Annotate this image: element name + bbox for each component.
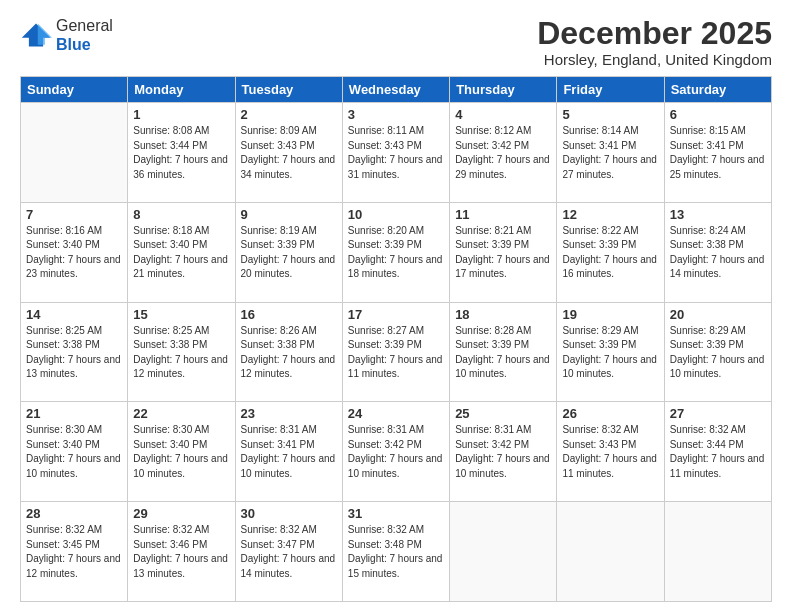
day-number: 25 xyxy=(455,406,551,421)
day-header-wednesday: Wednesday xyxy=(342,77,449,103)
day-number: 9 xyxy=(241,207,337,222)
calendar-cell: 21Sunrise: 8:30 AM Sunset: 3:40 PM Dayli… xyxy=(21,402,128,502)
day-info: Sunrise: 8:28 AM Sunset: 3:39 PM Dayligh… xyxy=(455,324,551,382)
day-info: Sunrise: 8:31 AM Sunset: 3:42 PM Dayligh… xyxy=(455,423,551,481)
day-info: Sunrise: 8:27 AM Sunset: 3:39 PM Dayligh… xyxy=(348,324,444,382)
calendar-cell: 15Sunrise: 8:25 AM Sunset: 3:38 PM Dayli… xyxy=(128,302,235,402)
calendar-cell: 11Sunrise: 8:21 AM Sunset: 3:39 PM Dayli… xyxy=(450,202,557,302)
calendar-cell: 6Sunrise: 8:15 AM Sunset: 3:41 PM Daylig… xyxy=(664,103,771,203)
calendar-cell: 18Sunrise: 8:28 AM Sunset: 3:39 PM Dayli… xyxy=(450,302,557,402)
day-number: 15 xyxy=(133,307,229,322)
calendar-cell: 14Sunrise: 8:25 AM Sunset: 3:38 PM Dayli… xyxy=(21,302,128,402)
day-info: Sunrise: 8:19 AM Sunset: 3:39 PM Dayligh… xyxy=(241,224,337,282)
week-row-4: 28Sunrise: 8:32 AM Sunset: 3:45 PM Dayli… xyxy=(21,502,772,602)
day-number: 5 xyxy=(562,107,658,122)
calendar-cell: 30Sunrise: 8:32 AM Sunset: 3:47 PM Dayli… xyxy=(235,502,342,602)
calendar-cell: 24Sunrise: 8:31 AM Sunset: 3:42 PM Dayli… xyxy=(342,402,449,502)
day-info: Sunrise: 8:24 AM Sunset: 3:38 PM Dayligh… xyxy=(670,224,766,282)
calendar-cell: 23Sunrise: 8:31 AM Sunset: 3:41 PM Dayli… xyxy=(235,402,342,502)
day-info: Sunrise: 8:16 AM Sunset: 3:40 PM Dayligh… xyxy=(26,224,122,282)
day-info: Sunrise: 8:12 AM Sunset: 3:42 PM Dayligh… xyxy=(455,124,551,182)
day-number: 16 xyxy=(241,307,337,322)
day-number: 1 xyxy=(133,107,229,122)
calendar-header: SundayMondayTuesdayWednesdayThursdayFrid… xyxy=(21,77,772,103)
header: General Blue December 2025 Horsley, Engl… xyxy=(20,16,772,68)
day-number: 17 xyxy=(348,307,444,322)
calendar-cell: 4Sunrise: 8:12 AM Sunset: 3:42 PM Daylig… xyxy=(450,103,557,203)
day-number: 6 xyxy=(670,107,766,122)
logo: General Blue xyxy=(20,16,113,54)
calendar-cell: 2Sunrise: 8:09 AM Sunset: 3:43 PM Daylig… xyxy=(235,103,342,203)
calendar-cell: 29Sunrise: 8:32 AM Sunset: 3:46 PM Dayli… xyxy=(128,502,235,602)
day-info: Sunrise: 8:22 AM Sunset: 3:39 PM Dayligh… xyxy=(562,224,658,282)
calendar-cell xyxy=(450,502,557,602)
day-header-thursday: Thursday xyxy=(450,77,557,103)
day-info: Sunrise: 8:31 AM Sunset: 3:42 PM Dayligh… xyxy=(348,423,444,481)
day-info: Sunrise: 8:18 AM Sunset: 3:40 PM Dayligh… xyxy=(133,224,229,282)
day-info: Sunrise: 8:25 AM Sunset: 3:38 PM Dayligh… xyxy=(26,324,122,382)
calendar-cell: 26Sunrise: 8:32 AM Sunset: 3:43 PM Dayli… xyxy=(557,402,664,502)
day-header-monday: Monday xyxy=(128,77,235,103)
page: General Blue December 2025 Horsley, Engl… xyxy=(0,0,792,612)
day-number: 19 xyxy=(562,307,658,322)
days-of-week-row: SundayMondayTuesdayWednesdayThursdayFrid… xyxy=(21,77,772,103)
day-number: 7 xyxy=(26,207,122,222)
day-info: Sunrise: 8:30 AM Sunset: 3:40 PM Dayligh… xyxy=(133,423,229,481)
day-number: 8 xyxy=(133,207,229,222)
day-number: 29 xyxy=(133,506,229,521)
svg-marker-1 xyxy=(38,24,52,45)
day-number: 13 xyxy=(670,207,766,222)
day-info: Sunrise: 8:30 AM Sunset: 3:40 PM Dayligh… xyxy=(26,423,122,481)
day-number: 18 xyxy=(455,307,551,322)
day-number: 22 xyxy=(133,406,229,421)
day-header-tuesday: Tuesday xyxy=(235,77,342,103)
month-title: December 2025 xyxy=(537,16,772,51)
title-block: December 2025 Horsley, England, United K… xyxy=(537,16,772,68)
calendar-cell: 3Sunrise: 8:11 AM Sunset: 3:43 PM Daylig… xyxy=(342,103,449,203)
logo-text: General Blue xyxy=(56,16,113,54)
week-row-3: 21Sunrise: 8:30 AM Sunset: 3:40 PM Dayli… xyxy=(21,402,772,502)
day-info: Sunrise: 8:25 AM Sunset: 3:38 PM Dayligh… xyxy=(133,324,229,382)
day-number: 10 xyxy=(348,207,444,222)
calendar-cell: 1Sunrise: 8:08 AM Sunset: 3:44 PM Daylig… xyxy=(128,103,235,203)
day-info: Sunrise: 8:21 AM Sunset: 3:39 PM Dayligh… xyxy=(455,224,551,282)
day-number: 28 xyxy=(26,506,122,521)
calendar-cell: 10Sunrise: 8:20 AM Sunset: 3:39 PM Dayli… xyxy=(342,202,449,302)
day-info: Sunrise: 8:26 AM Sunset: 3:38 PM Dayligh… xyxy=(241,324,337,382)
day-info: Sunrise: 8:15 AM Sunset: 3:41 PM Dayligh… xyxy=(670,124,766,182)
day-number: 31 xyxy=(348,506,444,521)
calendar-cell: 20Sunrise: 8:29 AM Sunset: 3:39 PM Dayli… xyxy=(664,302,771,402)
day-number: 27 xyxy=(670,406,766,421)
day-info: Sunrise: 8:32 AM Sunset: 3:48 PM Dayligh… xyxy=(348,523,444,581)
day-info: Sunrise: 8:08 AM Sunset: 3:44 PM Dayligh… xyxy=(133,124,229,182)
calendar-cell: 17Sunrise: 8:27 AM Sunset: 3:39 PM Dayli… xyxy=(342,302,449,402)
logo-icon xyxy=(20,21,52,49)
calendar-cell: 12Sunrise: 8:22 AM Sunset: 3:39 PM Dayli… xyxy=(557,202,664,302)
day-info: Sunrise: 8:29 AM Sunset: 3:39 PM Dayligh… xyxy=(670,324,766,382)
day-number: 3 xyxy=(348,107,444,122)
day-info: Sunrise: 8:29 AM Sunset: 3:39 PM Dayligh… xyxy=(562,324,658,382)
calendar-cell: 19Sunrise: 8:29 AM Sunset: 3:39 PM Dayli… xyxy=(557,302,664,402)
calendar-cell: 27Sunrise: 8:32 AM Sunset: 3:44 PM Dayli… xyxy=(664,402,771,502)
logo-general: General xyxy=(56,17,113,34)
day-info: Sunrise: 8:32 AM Sunset: 3:47 PM Dayligh… xyxy=(241,523,337,581)
day-number: 12 xyxy=(562,207,658,222)
day-header-sunday: Sunday xyxy=(21,77,128,103)
calendar-cell: 16Sunrise: 8:26 AM Sunset: 3:38 PM Dayli… xyxy=(235,302,342,402)
calendar-cell xyxy=(664,502,771,602)
calendar-table: SundayMondayTuesdayWednesdayThursdayFrid… xyxy=(20,76,772,602)
calendar-cell: 22Sunrise: 8:30 AM Sunset: 3:40 PM Dayli… xyxy=(128,402,235,502)
calendar-cell: 8Sunrise: 8:18 AM Sunset: 3:40 PM Daylig… xyxy=(128,202,235,302)
day-info: Sunrise: 8:20 AM Sunset: 3:39 PM Dayligh… xyxy=(348,224,444,282)
day-header-friday: Friday xyxy=(557,77,664,103)
day-number: 2 xyxy=(241,107,337,122)
location-subtitle: Horsley, England, United Kingdom xyxy=(537,51,772,68)
calendar-cell: 25Sunrise: 8:31 AM Sunset: 3:42 PM Dayli… xyxy=(450,402,557,502)
week-row-0: 1Sunrise: 8:08 AM Sunset: 3:44 PM Daylig… xyxy=(21,103,772,203)
day-number: 21 xyxy=(26,406,122,421)
calendar-cell: 28Sunrise: 8:32 AM Sunset: 3:45 PM Dayli… xyxy=(21,502,128,602)
day-info: Sunrise: 8:32 AM Sunset: 3:43 PM Dayligh… xyxy=(562,423,658,481)
calendar-cell: 13Sunrise: 8:24 AM Sunset: 3:38 PM Dayli… xyxy=(664,202,771,302)
day-number: 14 xyxy=(26,307,122,322)
day-number: 23 xyxy=(241,406,337,421)
